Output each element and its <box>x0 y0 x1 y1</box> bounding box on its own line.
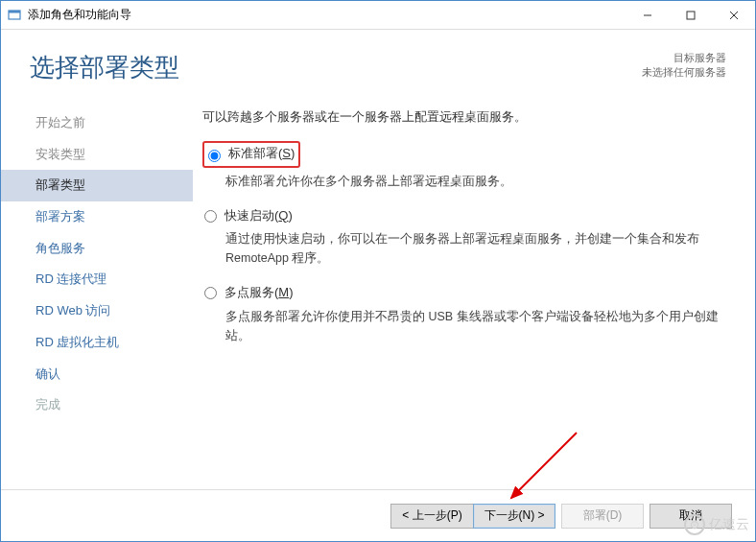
sidebar-item-rd-web-access[interactable]: RD Web 访问 <box>1 295 193 327</box>
option-standard-highlight: 标准部署(S) <box>202 141 300 168</box>
option-standard-deploy[interactable]: 标准部署(S) <box>202 141 732 168</box>
option-standard-desc: 标准部署允许你在多个服务器上部署远程桌面服务。 <box>225 172 732 191</box>
sidebar-item-role-services[interactable]: 角色服务 <box>1 233 193 265</box>
window-title: 添加角色和功能向导 <box>28 7 626 23</box>
wizard-window: 添加角色和功能向导 选择部署类型 目标服务器 未选择任何服务器 开始之前 安装类… <box>0 0 756 542</box>
close-button[interactable] <box>712 1 755 29</box>
target-server-info: 目标服务器 未选择任何服务器 <box>642 51 726 81</box>
content-pane: 可以跨越多个服务器或在一个服务器上配置远程桌面服务。 标准部署(S) 标准部署允… <box>193 94 755 489</box>
maximize-button[interactable] <box>669 1 712 29</box>
svg-rect-3 <box>687 12 695 19</box>
sidebar: 开始之前 安装类型 部署类型 部署方案 角色服务 RD 连接代理 RD Web … <box>1 94 193 489</box>
sidebar-item-deployment-type[interactable]: 部署类型 <box>1 170 193 201</box>
option-multipoint[interactable]: 多点服务(M) <box>202 283 732 303</box>
cancel-button[interactable]: 取消 <box>650 504 732 529</box>
sidebar-item-install-type[interactable]: 安装类型 <box>1 139 193 171</box>
sidebar-item-deployment-plan[interactable]: 部署方案 <box>1 201 193 233</box>
sidebar-item-complete: 完成 <box>1 389 193 421</box>
option-quick-label: 快速启动(Q) <box>224 206 293 226</box>
intro-text: 可以跨越多个服务器或在一个服务器上配置远程桌面服务。 <box>202 107 732 128</box>
option-quick-desc: 通过使用快速启动，你可以在一个服务器上部署远程桌面服务，并创建一个集合和发布 R… <box>225 229 732 268</box>
window-controls <box>626 1 755 29</box>
target-server-value: 未选择任何服务器 <box>642 65 726 80</box>
previous-button[interactable]: < 上一步(P) <box>390 504 473 529</box>
page-title: 选择部署类型 <box>30 51 642 84</box>
wizard-body: 开始之前 安装类型 部署类型 部署方案 角色服务 RD 连接代理 RD Web … <box>1 94 755 489</box>
sidebar-item-confirm[interactable]: 确认 <box>1 359 193 390</box>
radio-multipoint[interactable] <box>204 287 217 299</box>
app-icon <box>7 8 22 23</box>
option-standard-label: 标准部署(S) <box>228 144 295 164</box>
footer: < 上一步(P) 下一步(N) > 部署(D) 取消 <box>1 489 755 541</box>
radio-standard-deploy[interactable] <box>208 150 221 162</box>
page-header: 选择部署类型 目标服务器 未选择任何服务器 <box>1 30 755 94</box>
titlebar: 添加角色和功能向导 <box>1 1 755 30</box>
svg-rect-1 <box>9 11 20 13</box>
option-multipoint-desc: 多点服务部署允许你使用并不昂贵的 USB 集线器或零个客户端设备轻松地为多个用户… <box>225 307 732 345</box>
radio-quick-start[interactable] <box>204 210 217 223</box>
deploy-button: 部署(D) <box>561 504 644 529</box>
sidebar-item-rd-connection-broker[interactable]: RD 连接代理 <box>1 264 193 295</box>
option-quick-start[interactable]: 快速启动(Q) <box>202 206 732 226</box>
nav-button-group: < 上一步(P) 下一步(N) > <box>390 504 555 529</box>
sidebar-item-rd-virtualization-host[interactable]: RD 虚拟化主机 <box>1 327 193 359</box>
sidebar-item-before-begin[interactable]: 开始之前 <box>1 107 193 139</box>
minimize-button[interactable] <box>626 1 669 29</box>
next-button[interactable]: 下一步(N) > <box>473 504 555 529</box>
target-server-label: 目标服务器 <box>642 51 726 65</box>
option-multipoint-label: 多点服务(M) <box>224 283 294 303</box>
